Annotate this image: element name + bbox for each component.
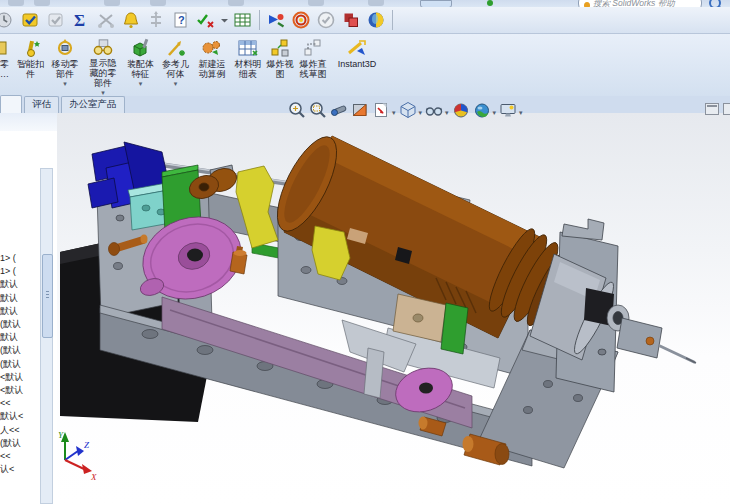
equations-sigma-icon[interactable]: Σ xyxy=(70,9,92,31)
insert-component-button-partial[interactable]: 零 … xyxy=(0,34,14,96)
3d-model-canvas[interactable]: Y Z X xyxy=(57,113,730,504)
smart-fasteners-button[interactable]: 智能扣 件 xyxy=(14,34,47,96)
toolbar-partial-icon[interactable] xyxy=(34,0,50,6)
headsup-view-toolbar: ▾ ▾ ▾ ▾ ▾ xyxy=(287,99,524,121)
smart-fasteners-icon xyxy=(19,37,43,59)
toolbar-separator xyxy=(392,10,393,30)
dropdown-caret[interactable]: ▾ xyxy=(493,109,497,117)
green-block-right[interactable] xyxy=(441,303,468,354)
design-table-icon[interactable] xyxy=(232,9,254,31)
graphics-viewport[interactable]: Y Z X xyxy=(57,113,730,504)
dropdown-caret[interactable]: ▾ xyxy=(63,80,67,87)
target-rings-icon[interactable] xyxy=(290,9,312,31)
section-view-icon[interactable] xyxy=(350,100,370,120)
check-inactive-icon[interactable] xyxy=(45,9,67,31)
instant3d-button[interactable]: Instant3D xyxy=(331,34,383,96)
zoom-area-icon[interactable] xyxy=(308,100,328,120)
tree-item-fragment[interactable]: 1> ( xyxy=(0,265,39,278)
tree-item-fragment[interactable]: 1> ( xyxy=(0,252,39,265)
x-axis-label: X xyxy=(90,472,97,482)
tree-item-fragment[interactable]: << xyxy=(0,397,39,410)
document-window-partial-icon[interactable] xyxy=(723,103,730,115)
new-motion-study-button[interactable]: 新建运 动算例 xyxy=(193,34,231,96)
view-orientation-icon[interactable] xyxy=(371,100,391,120)
explode-line-sketch-button[interactable]: 爆炸直 线草图 xyxy=(295,34,331,96)
document-restore-icon[interactable] xyxy=(705,103,719,115)
hide-show-items-icon[interactable] xyxy=(424,100,444,120)
exploded-view-icon xyxy=(268,37,292,59)
dropdown-caret[interactable]: ▾ xyxy=(392,109,396,117)
render-sphere-icon[interactable] xyxy=(365,9,387,31)
tree-scrollbar-thumb[interactable] xyxy=(42,254,53,338)
show-hidden-components-button[interactable]: 显示隐 藏的零 部件 ▾ xyxy=(83,34,123,96)
status-green-dot xyxy=(487,0,493,6)
main-area: 1> ( 1> ( 默认 默认 默认 (默认 默认 (默认 (默认 <默认 <默… xyxy=(0,113,730,504)
reference-geometry-icon xyxy=(164,37,188,59)
exploded-view-button[interactable]: 爆炸视 图 xyxy=(265,34,295,96)
history-clock-icon[interactable] xyxy=(0,9,17,31)
statistics-doc-icon[interactable]: ? xyxy=(170,9,192,31)
tree-item-fragment[interactable]: 默认 xyxy=(0,305,39,318)
tab-partial-active[interactable] xyxy=(0,95,22,113)
verify-check-x-icon[interactable] xyxy=(195,9,217,31)
bill-of-materials-button[interactable]: 材料明 细表 xyxy=(231,34,265,96)
align-arrows-icon[interactable] xyxy=(145,9,167,31)
circle-check-icon[interactable] xyxy=(315,9,337,31)
tree-item-fragment[interactable]: <默认 xyxy=(0,384,39,397)
dropdown-caret-icon[interactable] xyxy=(220,9,229,31)
dropdown-caret[interactable]: ▾ xyxy=(139,80,143,87)
toolbar-partial-icon[interactable] xyxy=(368,0,384,6)
previous-view-icon[interactable] xyxy=(329,100,349,120)
apply-scene-icon[interactable] xyxy=(472,100,492,120)
command-manager: 零 … 智能扣 件 移动零 部件 ▾ 显示隐 藏的零 部件 ▾ 装配体 特征 ▾ xyxy=(0,34,730,96)
tools-toolbar: Σ ? xyxy=(0,7,730,34)
tree-item-fragment[interactable]: (默认 xyxy=(0,318,39,331)
tree-item-fragment[interactable]: 认< xyxy=(0,463,39,476)
presenter-icon[interactable] xyxy=(265,9,287,31)
toolbar-partial-icon[interactable] xyxy=(308,0,324,6)
tree-scrollbar[interactable] xyxy=(40,168,53,504)
orientation-triad: Y Z X xyxy=(58,430,97,482)
assembly-features-icon xyxy=(129,37,153,59)
compare-squares-icon[interactable] xyxy=(340,9,362,31)
toolbar-partial-icon[interactable] xyxy=(228,0,244,6)
feature-manager-panel: 1> ( 1> ( 默认 默认 默认 (默认 默认 (默认 (默认 <默认 <默… xyxy=(0,113,58,504)
design-check-cube-icon[interactable] xyxy=(20,9,42,31)
toolbar-partial-icon[interactable] xyxy=(8,0,24,6)
dropdown-caret[interactable]: ▾ xyxy=(174,80,178,87)
measure-disabled-icon[interactable] xyxy=(95,9,117,31)
show-hidden-components-icon xyxy=(91,37,115,58)
tree-item-fragment[interactable]: 默认 xyxy=(0,278,39,291)
interference-bell-icon[interactable] xyxy=(120,9,142,31)
tab-office-products[interactable]: 办公室产品 xyxy=(61,96,125,113)
dropdown-caret[interactable]: ▾ xyxy=(519,109,523,117)
tab-evaluate[interactable]: 评估 xyxy=(24,96,59,113)
instant3d-icon xyxy=(345,37,369,59)
tree-item-fragment[interactable]: << xyxy=(0,450,39,463)
edit-appearance-icon[interactable] xyxy=(451,100,471,120)
tree-item-fragment[interactable]: 默认 xyxy=(0,331,39,344)
tree-item-fragment[interactable]: 默认< xyxy=(0,410,39,423)
reference-geometry-button[interactable]: 参考几 何体 ▾ xyxy=(158,34,193,96)
display-style-icon[interactable] xyxy=(398,100,418,120)
dropdown-caret[interactable]: ▾ xyxy=(445,109,449,117)
tree-item-fragment[interactable]: (默认 xyxy=(0,437,39,450)
tree-item-fragment[interactable]: 默认 xyxy=(0,292,39,305)
assembly-features-button[interactable]: 装配体 特征 ▾ xyxy=(123,34,158,96)
tree-item-fragment[interactable]: 人<< xyxy=(0,424,39,437)
toolbar-partial-icon[interactable] xyxy=(104,0,120,6)
tree-item-fragment[interactable]: <默认 xyxy=(0,371,39,384)
svg-text:Σ: Σ xyxy=(74,11,85,30)
dropdown-caret[interactable]: ▾ xyxy=(419,109,423,117)
tree-item-fragment[interactable]: (默认 xyxy=(0,358,39,371)
move-component-button[interactable]: 移动零 部件 ▾ xyxy=(47,34,83,96)
bill-of-materials-icon xyxy=(236,37,260,59)
toolbar-partial-icon[interactable] xyxy=(150,0,166,6)
dropdown-caret[interactable]: ▾ xyxy=(101,89,105,96)
move-component-icon xyxy=(53,37,77,59)
zoom-fit-icon[interactable] xyxy=(287,100,307,120)
view-settings-icon[interactable] xyxy=(498,100,518,120)
tree-item-fragment[interactable]: (默认 xyxy=(0,344,39,357)
feature-tree: 1> ( 1> ( 默认 默认 默认 (默认 默认 (默认 (默认 <默认 <默… xyxy=(0,252,39,476)
new-motion-study-icon xyxy=(200,37,224,59)
